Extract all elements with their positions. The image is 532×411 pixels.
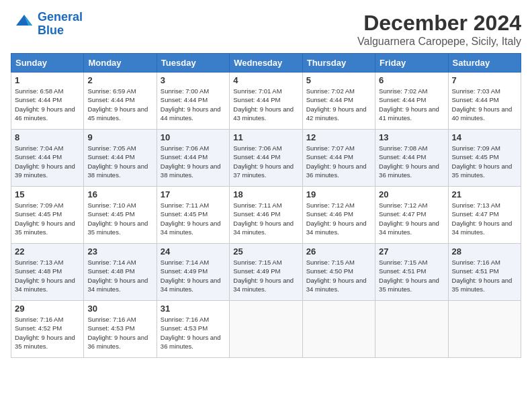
day-info: Sunrise: 7:09 AM Sunset: 4:45 PM Dayligh… <box>15 201 80 236</box>
header-row: Sunday Monday Tuesday Wednesday Thursday… <box>11 54 521 73</box>
day-info: Sunrise: 7:02 AM Sunset: 4:44 PM Dayligh… <box>379 87 444 122</box>
day-number: 20 <box>379 189 444 199</box>
day-number: 3 <box>161 75 226 85</box>
day-number: 24 <box>161 246 226 257</box>
day-info: Sunrise: 7:11 AM Sunset: 4:46 PM Dayligh… <box>233 201 298 236</box>
calendar-cell: 10Sunrise: 7:06 AM Sunset: 4:44 PM Dayli… <box>157 130 229 187</box>
calendar-cell: 4Sunrise: 7:01 AM Sunset: 4:44 PM Daylig… <box>230 73 302 130</box>
day-info: Sunrise: 7:16 AM Sunset: 4:51 PM Dayligh… <box>452 258 517 293</box>
calendar-cell: 30Sunrise: 7:16 AM Sunset: 4:53 PM Dayli… <box>84 301 157 358</box>
calendar-cell: 7Sunrise: 7:03 AM Sunset: 4:44 PM Daylig… <box>448 73 521 130</box>
day-number: 27 <box>379 246 444 257</box>
day-info: Sunrise: 7:08 AM Sunset: 4:44 PM Dayligh… <box>379 144 444 179</box>
day-info: Sunrise: 7:12 AM Sunset: 4:47 PM Dayligh… <box>379 201 444 236</box>
calendar-cell <box>375 301 448 358</box>
calendar-cell: 8Sunrise: 7:04 AM Sunset: 4:44 PM Daylig… <box>11 130 84 187</box>
day-info: Sunrise: 7:11 AM Sunset: 4:45 PM Dayligh… <box>161 201 226 236</box>
day-number: 21 <box>452 189 517 199</box>
calendar-cell: 27Sunrise: 7:15 AM Sunset: 4:51 PM Dayli… <box>375 244 448 301</box>
day-number: 10 <box>161 132 226 142</box>
day-number: 23 <box>87 246 152 257</box>
day-info: Sunrise: 7:12 AM Sunset: 4:46 PM Dayligh… <box>306 201 371 236</box>
day-number: 6 <box>379 75 444 85</box>
calendar-cell: 13Sunrise: 7:08 AM Sunset: 4:44 PM Dayli… <box>375 130 448 187</box>
day-info: Sunrise: 7:16 AM Sunset: 4:52 PM Dayligh… <box>15 315 80 351</box>
calendar-cell: 14Sunrise: 7:09 AM Sunset: 4:45 PM Dayli… <box>448 130 521 187</box>
calendar-cell <box>448 301 521 358</box>
calendar-cell: 9Sunrise: 7:05 AM Sunset: 4:44 PM Daylig… <box>84 130 157 187</box>
calendar-cell: 28Sunrise: 7:16 AM Sunset: 4:51 PM Dayli… <box>448 244 521 301</box>
day-info: Sunrise: 7:14 AM Sunset: 4:49 PM Dayligh… <box>161 258 226 293</box>
day-info: Sunrise: 7:05 AM Sunset: 4:44 PM Dayligh… <box>87 144 152 179</box>
header-friday: Friday <box>375 54 448 73</box>
day-info: Sunrise: 7:04 AM Sunset: 4:44 PM Dayligh… <box>15 144 80 179</box>
location-title: Valguarnera Caropepe, Sicily, Italy <box>357 36 521 48</box>
day-number: 4 <box>233 75 298 85</box>
header-wednesday: Wednesday <box>230 54 302 73</box>
day-number: 30 <box>87 304 152 314</box>
day-number: 19 <box>306 189 371 199</box>
day-number: 26 <box>306 246 371 257</box>
day-info: Sunrise: 6:58 AM Sunset: 4:44 PM Dayligh… <box>15 87 80 122</box>
day-number: 31 <box>161 304 226 314</box>
day-number: 16 <box>87 189 152 199</box>
logo: General Blue <box>11 11 83 38</box>
day-info: Sunrise: 7:15 AM Sunset: 4:50 PM Dayligh… <box>306 258 371 293</box>
day-info: Sunrise: 7:15 AM Sunset: 4:49 PM Dayligh… <box>233 258 298 293</box>
calendar-cell: 22Sunrise: 7:13 AM Sunset: 4:48 PM Dayli… <box>11 244 84 301</box>
day-number: 14 <box>452 132 517 142</box>
calendar-cell: 25Sunrise: 7:15 AM Sunset: 4:49 PM Dayli… <box>230 244 302 301</box>
calendar-cell: 17Sunrise: 7:11 AM Sunset: 4:45 PM Dayli… <box>157 187 229 244</box>
calendar-cell: 23Sunrise: 7:14 AM Sunset: 4:48 PM Dayli… <box>84 244 157 301</box>
day-number: 12 <box>306 132 371 142</box>
calendar-cell: 5Sunrise: 7:02 AM Sunset: 4:44 PM Daylig… <box>302 73 375 130</box>
day-info: Sunrise: 7:13 AM Sunset: 4:48 PM Dayligh… <box>15 258 80 293</box>
calendar-cell: 19Sunrise: 7:12 AM Sunset: 4:46 PM Dayli… <box>302 187 375 244</box>
day-info: Sunrise: 7:01 AM Sunset: 4:44 PM Dayligh… <box>233 87 298 122</box>
day-info: Sunrise: 7:16 AM Sunset: 4:53 PM Dayligh… <box>87 315 152 351</box>
calendar-week-1: 1Sunrise: 6:58 AM Sunset: 4:44 PM Daylig… <box>11 73 521 130</box>
day-number: 9 <box>87 132 152 142</box>
day-info: Sunrise: 7:07 AM Sunset: 4:44 PM Dayligh… <box>306 144 371 179</box>
calendar-cell: 2Sunrise: 6:59 AM Sunset: 4:44 PM Daylig… <box>84 73 157 130</box>
header-saturday: Saturday <box>448 54 521 73</box>
day-info: Sunrise: 7:14 AM Sunset: 4:48 PM Dayligh… <box>87 258 152 293</box>
day-info: Sunrise: 7:09 AM Sunset: 4:45 PM Dayligh… <box>452 144 517 179</box>
calendar-week-2: 8Sunrise: 7:04 AM Sunset: 4:44 PM Daylig… <box>11 130 521 187</box>
day-number: 25 <box>233 246 298 257</box>
calendar-cell: 26Sunrise: 7:15 AM Sunset: 4:50 PM Dayli… <box>302 244 375 301</box>
calendar-week-5: 29Sunrise: 7:16 AM Sunset: 4:52 PM Dayli… <box>11 301 521 358</box>
day-info: Sunrise: 7:13 AM Sunset: 4:47 PM Dayligh… <box>452 201 517 236</box>
day-number: 15 <box>15 189 80 199</box>
day-info: Sunrise: 7:15 AM Sunset: 4:51 PM Dayligh… <box>379 258 444 293</box>
calendar-week-3: 15Sunrise: 7:09 AM Sunset: 4:45 PM Dayli… <box>11 187 521 244</box>
day-number: 2 <box>87 75 152 85</box>
calendar-cell: 29Sunrise: 7:16 AM Sunset: 4:52 PM Dayli… <box>11 301 84 358</box>
day-number: 28 <box>452 246 517 257</box>
day-number: 29 <box>15 304 80 314</box>
day-info: Sunrise: 7:00 AM Sunset: 4:44 PM Dayligh… <box>161 87 226 122</box>
month-title: December 2024 <box>357 11 521 36</box>
calendar-cell: 31Sunrise: 7:16 AM Sunset: 4:53 PM Dayli… <box>157 301 229 358</box>
day-number: 17 <box>161 189 226 199</box>
day-number: 8 <box>15 132 80 142</box>
day-number: 18 <box>233 189 298 199</box>
header-monday: Monday <box>84 54 157 73</box>
day-info: Sunrise: 7:03 AM Sunset: 4:44 PM Dayligh… <box>452 87 517 122</box>
calendar-cell: 24Sunrise: 7:14 AM Sunset: 4:49 PM Dayli… <box>157 244 229 301</box>
header-tuesday: Tuesday <box>157 54 229 73</box>
logo-text: General Blue <box>38 11 83 38</box>
calendar-cell: 15Sunrise: 7:09 AM Sunset: 4:45 PM Dayli… <box>11 187 84 244</box>
day-number: 22 <box>15 246 80 257</box>
calendar-cell: 20Sunrise: 7:12 AM Sunset: 4:47 PM Dayli… <box>375 187 448 244</box>
day-info: Sunrise: 7:06 AM Sunset: 4:44 PM Dayligh… <box>233 144 298 179</box>
calendar-cell: 16Sunrise: 7:10 AM Sunset: 4:45 PM Dayli… <box>84 187 157 244</box>
day-number: 5 <box>306 75 371 85</box>
day-info: Sunrise: 7:02 AM Sunset: 4:44 PM Dayligh… <box>306 87 371 122</box>
header-thursday: Thursday <box>302 54 375 73</box>
calendar-cell: 1Sunrise: 6:58 AM Sunset: 4:44 PM Daylig… <box>11 73 84 130</box>
day-info: Sunrise: 6:59 AM Sunset: 4:44 PM Dayligh… <box>87 87 152 122</box>
calendar-week-4: 22Sunrise: 7:13 AM Sunset: 4:48 PM Dayli… <box>11 244 521 301</box>
day-info: Sunrise: 7:10 AM Sunset: 4:45 PM Dayligh… <box>87 201 152 236</box>
calendar-cell: 11Sunrise: 7:06 AM Sunset: 4:44 PM Dayli… <box>230 130 302 187</box>
